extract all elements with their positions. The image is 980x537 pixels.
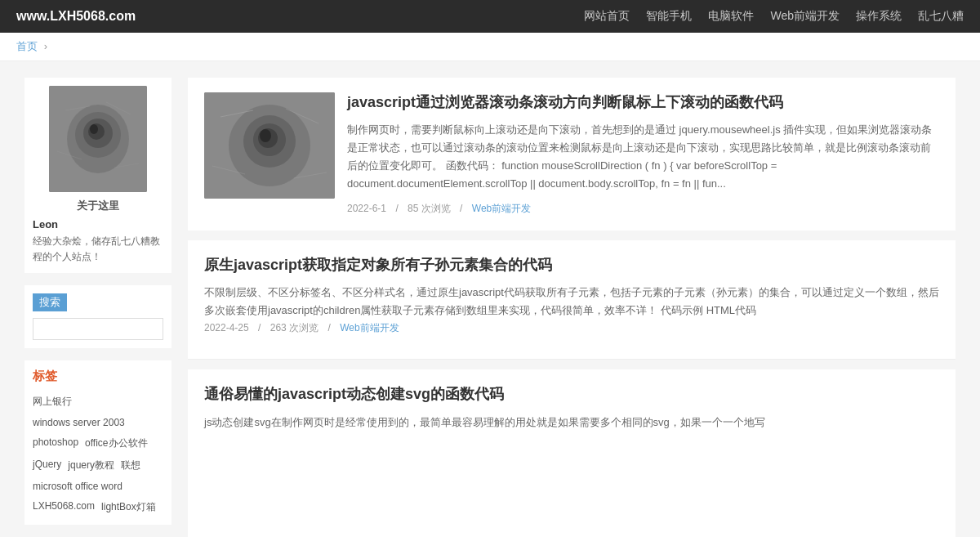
separator: /	[460, 203, 462, 214]
tag-item[interactable]: microsoft office word	[33, 481, 122, 492]
search-label: 搜索	[33, 293, 67, 311]
article-excerpt: 不限制层级、不区分标签名、不区分样式名，通过原生javascript代码获取所有…	[204, 284, 939, 337]
tags-label: 标签	[33, 369, 163, 384]
breadcrumb: 首页 ›	[0, 33, 980, 61]
article-title[interactable]: 通俗易懂的javascript动态创建svg的函数代码	[204, 384, 939, 405]
tag-item[interactable]: jquery教程	[68, 459, 114, 472]
author-name: Leon	[33, 218, 163, 230]
article-views: 263 次浏览	[270, 322, 318, 333]
article-excerpt: js动态创建svg在制作网页时是经常使用到的，最简单最容易理解的用处就是如果需要…	[204, 414, 939, 537]
breadcrumb-home[interactable]: 首页	[16, 40, 38, 52]
tag-item[interactable]: 网上银行	[33, 395, 72, 409]
site-logo[interactable]: www.LXH5068.com	[16, 9, 136, 24]
tag-item[interactable]: 联想	[121, 459, 140, 472]
article-meta: 2022-4-25 / 263 次浏览 / Web前端开发	[204, 320, 939, 336]
sidebar-search: 搜索	[24, 285, 172, 348]
tag-item[interactable]: photoshop	[33, 436, 78, 450]
tag-item[interactable]: jQuery	[33, 459, 61, 472]
sidebar-tags: 标签 网上银行windows server 2003photoshopoffic…	[24, 360, 172, 525]
search-input[interactable]	[33, 318, 163, 340]
sidebar-profile: 关于这里 Leon 经验大杂烩，储存乱七八糟教程的个人站点！	[24, 78, 172, 273]
article-content: javascript通过浏览器滚动条滚动方向判断鼠标上下滚动的函数代码 制作网页…	[347, 92, 939, 216]
article-views: 85 次浏览	[408, 203, 451, 214]
nav-software[interactable]: 电脑软件	[708, 9, 754, 24]
tag-item[interactable]: lightBox灯箱	[101, 500, 156, 514]
tags-container: 网上银行windows server 2003photoshopoffice办公…	[33, 392, 163, 517]
article-thumbnail	[204, 92, 335, 199]
article-category[interactable]: Web前端开发	[472, 203, 531, 214]
nav-os[interactable]: 操作系统	[856, 9, 902, 24]
article-title[interactable]: javascript通过浏览器滚动条滚动方向判断鼠标上下滚动的函数代码	[347, 92, 939, 113]
sidebar: 关于这里 Leon 经验大杂烩，储存乱七八糟教程的个人站点！ 搜索 标签 网上银…	[24, 78, 172, 537]
nav-home[interactable]: 网站首页	[584, 9, 630, 24]
content-area: javascript通过浏览器滚动条滚动方向判断鼠标上下滚动的函数代码 制作网页…	[188, 78, 956, 537]
svg-point-5	[90, 124, 98, 134]
tag-item[interactable]: LXH5068.com	[33, 500, 95, 514]
tag-item[interactable]: office办公软件	[85, 436, 147, 450]
separator: /	[327, 322, 330, 333]
breadcrumb-separator: ›	[44, 40, 47, 52]
separator: /	[258, 322, 261, 333]
separator: /	[395, 203, 398, 214]
main-container: 关于这里 Leon 经验大杂烩，储存乱七八糟教程的个人站点！ 搜索 标签 网上银…	[16, 78, 964, 537]
about-label: 关于这里	[33, 199, 163, 213]
article-excerpt: 制作网页时，需要判断鼠标向上滚动还是向下滚动，首先想到的是通过 jquery.m…	[347, 121, 939, 193]
article-meta: 2022-6-1 / 85 次浏览 / Web前端开发	[347, 202, 939, 216]
article-card: 原生javascript获取指定对象所有子孙元素集合的代码 不限制层级、不区分标…	[188, 240, 956, 360]
article-date: 2022-4-25	[204, 322, 249, 333]
nav-web[interactable]: Web前端开发	[770, 9, 840, 24]
article-card: javascript通过浏览器滚动条滚动方向判断鼠标上下滚动的函数代码 制作网页…	[188, 78, 956, 230]
nav-phone[interactable]: 智能手机	[646, 9, 692, 24]
profile-image	[49, 86, 147, 192]
main-nav: 网站首页 智能手机 电脑软件 Web前端开发 操作系统 乱七八糟	[584, 9, 964, 24]
tag-item[interactable]: windows server 2003	[33, 417, 125, 428]
header: www.LXH5068.com 网站首页 智能手机 电脑软件 Web前端开发 操…	[0, 0, 980, 33]
article-category[interactable]: Web前端开发	[340, 322, 399, 333]
article-title[interactable]: 原生javascript获取指定对象所有子孙元素集合的代码	[204, 255, 939, 275]
nav-misc[interactable]: 乱七八糟	[918, 9, 964, 24]
article-card: 通俗易懂的javascript动态创建svg的函数代码 js动态创建svg在制作…	[188, 369, 956, 537]
svg-point-15	[260, 129, 271, 142]
author-desc: 经验大杂烩，储存乱七八糟教程的个人站点！	[33, 234, 163, 265]
article-date: 2022-6-1	[347, 203, 386, 214]
